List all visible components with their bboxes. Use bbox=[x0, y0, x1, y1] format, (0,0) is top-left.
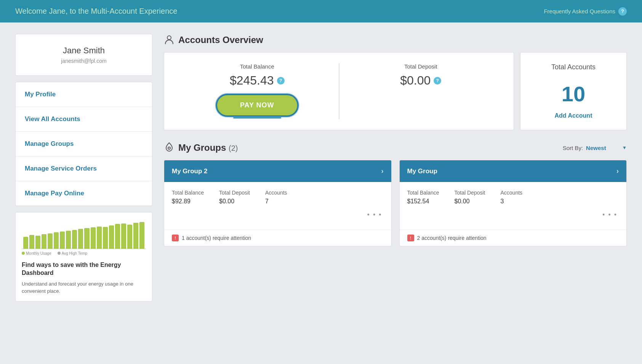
legend-monthly-usage: Monthly Usage bbox=[22, 251, 51, 255]
energy-chart: Monthly Usage Avg High Temp bbox=[22, 219, 146, 257]
group-card-2-footer: ! 1 account(s) require attention bbox=[164, 230, 391, 246]
group-card-2-more-dots[interactable]: • • • bbox=[367, 211, 382, 219]
group-card-2-accounts: Accounts 7 bbox=[265, 190, 287, 205]
total-deposit-label: Total Deposit bbox=[404, 63, 437, 70]
group-card-1-actions: • • • bbox=[407, 211, 619, 222]
my-groups-header: My Groups (2) Sort By: Newest Oldest Nam… bbox=[164, 142, 627, 154]
faq-icon: ? bbox=[618, 7, 627, 16]
group-card-1-balance: Total Balance $152.54 bbox=[407, 190, 439, 205]
energy-dashboard-desc: Understand and forecast your energy usag… bbox=[22, 280, 146, 295]
sidebar-item-manage-groups[interactable]: Manage Groups bbox=[16, 132, 152, 156]
sidebar-item-view-all-accounts[interactable]: View All Accounts bbox=[16, 107, 152, 132]
sidebar: Jane Smith janesmith@fpl.com My Profile … bbox=[15, 34, 152, 302]
group-card-2-alert-icon: ! bbox=[172, 235, 179, 241]
total-balance-stat: Total Balance $245.43 ? PAY NOW bbox=[176, 63, 339, 119]
sort-arrow-icon: ▼ bbox=[622, 145, 627, 150]
sidebar-item-my-profile[interactable]: My Profile bbox=[16, 82, 152, 107]
total-balance-info-icon[interactable]: ? bbox=[277, 77, 285, 85]
chart-legend: Monthly Usage Avg High Temp bbox=[22, 251, 146, 255]
total-accounts-label: Total Accounts bbox=[551, 63, 596, 71]
group-card-2-alert-text: 1 account(s) require attention bbox=[182, 235, 251, 241]
group-card-1-body: Total Balance $152.54 Total Deposit $0.0… bbox=[400, 182, 627, 230]
group-card-1-header[interactable]: My Group › bbox=[400, 160, 627, 182]
group-card-1-chevron-icon: › bbox=[616, 167, 619, 175]
group-card-1-footer: ! 2 account(s) require attention bbox=[400, 230, 627, 246]
group-card-2-stats: Total Balance $92.89 Total Deposit $0.00… bbox=[172, 190, 384, 205]
my-groups-title-row: My Groups (2) bbox=[164, 142, 238, 154]
main-content: Accounts Overview Total Balance $245.43 … bbox=[164, 34, 627, 302]
group-card-2-actions: • • • bbox=[172, 211, 384, 222]
energy-dashboard-card: Monthly Usage Avg High Temp Find ways to… bbox=[15, 212, 152, 302]
user-name: Jane Smith bbox=[23, 46, 144, 56]
sidebar-item-manage-service-orders[interactable]: Manage Service Orders bbox=[16, 156, 152, 181]
group-card-1-alert-text: 2 account(s) require attention bbox=[417, 235, 487, 241]
sort-by-select[interactable]: Newest Oldest Name A-Z Name Z-A bbox=[586, 145, 619, 151]
legend-avg-high-temp: Avg High Temp bbox=[58, 251, 87, 255]
welcome-text: Welcome Jane, to the Multi-Account Exper… bbox=[15, 7, 177, 16]
balance-deposit-card: Total Balance $245.43 ? PAY NOW Total bbox=[164, 52, 514, 130]
group-card-2-body: Total Balance $92.89 Total Deposit $0.00… bbox=[164, 182, 391, 230]
accounts-overview-row: Total Balance $245.43 ? PAY NOW Total bbox=[164, 52, 627, 130]
user-email: janesmith@fpl.com bbox=[23, 58, 144, 64]
accounts-overview-section: Accounts Overview Total Balance $245.43 … bbox=[164, 34, 627, 130]
nav-card: My Profile View All Accounts Manage Grou… bbox=[15, 82, 152, 206]
group-card-1-alert-icon: ! bbox=[407, 235, 414, 241]
accounts-overview-title: Accounts Overview bbox=[178, 35, 263, 45]
total-deposit-stat: Total Deposit $0.00 ? bbox=[339, 63, 503, 119]
my-groups-icon bbox=[164, 142, 175, 154]
total-accounts-value: 10 bbox=[562, 81, 585, 106]
sort-by-label: Sort By: bbox=[563, 145, 583, 151]
user-card: Jane Smith janesmith@fpl.com bbox=[15, 34, 152, 76]
energy-dashboard-title: Find ways to save with the Energy Dashbo… bbox=[22, 261, 146, 277]
group-card-2: My Group 2 › Total Balance $92.89 Total … bbox=[164, 160, 392, 246]
group-card-1-stats: Total Balance $152.54 Total Deposit $0.0… bbox=[407, 190, 619, 205]
faq-label: Frequently Asked Questions bbox=[544, 8, 615, 14]
groups-grid: My Group 2 › Total Balance $92.89 Total … bbox=[164, 160, 627, 246]
my-groups-title: My Groups (2) bbox=[178, 142, 238, 153]
group-card-2-deposit: Total Deposit $0.00 bbox=[219, 190, 250, 205]
accounts-overview-header: Accounts Overview bbox=[164, 34, 627, 46]
total-accounts-card: Total Accounts 10 Add Account bbox=[520, 52, 627, 130]
pay-now-button[interactable]: PAY NOW bbox=[217, 95, 297, 115]
accounts-overview-icon bbox=[164, 34, 175, 46]
total-balance-value: $245.43 ? bbox=[230, 73, 285, 88]
group-card-1-name: My Group bbox=[407, 168, 437, 175]
group-card-2-name: My Group 2 bbox=[172, 168, 208, 175]
svg-point-1 bbox=[168, 147, 170, 149]
group-card-2-balance: Total Balance $92.89 bbox=[172, 190, 204, 205]
group-card-1-accounts: Accounts 3 bbox=[501, 190, 523, 205]
sort-by-container: Sort By: Newest Oldest Name A-Z Name Z-A… bbox=[563, 145, 627, 151]
faq-link[interactable]: Frequently Asked Questions ? bbox=[544, 7, 627, 16]
svg-point-0 bbox=[167, 36, 171, 40]
group-card-1-deposit: Total Deposit $0.00 bbox=[455, 190, 485, 205]
group-card-2-chevron-icon: › bbox=[381, 167, 384, 175]
group-card-2-header[interactable]: My Group 2 › bbox=[164, 160, 391, 182]
my-groups-section: My Groups (2) Sort By: Newest Oldest Nam… bbox=[164, 142, 627, 246]
pay-now-container: PAY NOW bbox=[217, 95, 297, 115]
main-layout: Jane Smith janesmith@fpl.com My Profile … bbox=[0, 22, 642, 313]
total-balance-label: Total Balance bbox=[240, 63, 274, 70]
total-deposit-info-icon[interactable]: ? bbox=[434, 77, 441, 85]
sidebar-item-manage-pay-online[interactable]: Manage Pay Online bbox=[16, 181, 152, 206]
group-card-1: My Group › Total Balance $152.54 Total D… bbox=[399, 160, 627, 246]
top-banner: Welcome Jane, to the Multi-Account Exper… bbox=[0, 0, 642, 22]
add-account-link[interactable]: Add Account bbox=[555, 112, 592, 119]
total-deposit-value: $0.00 ? bbox=[400, 73, 441, 88]
chart-bars bbox=[22, 219, 146, 249]
group-card-1-more-dots[interactable]: • • • bbox=[602, 211, 617, 219]
